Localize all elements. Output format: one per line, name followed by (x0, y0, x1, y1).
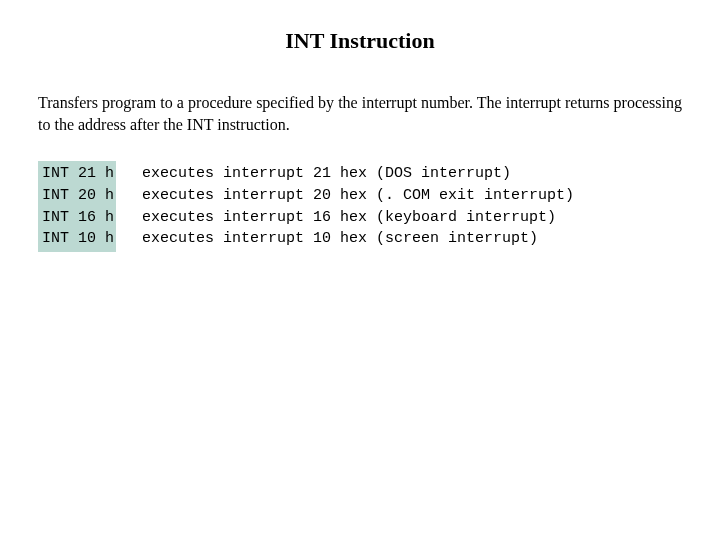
page-title: INT Instruction (38, 28, 682, 54)
description-paragraph: Transfers program to a procedure specifi… (38, 92, 682, 135)
code-listing: INT 21 h INT 20 h INT 16 h INT 10 h exec… (38, 161, 682, 252)
opcode-column: INT 21 h INT 20 h INT 16 h INT 10 h (38, 161, 116, 252)
slide-page: INT Instruction Transfers program to a p… (0, 0, 720, 252)
meaning-column: executes interrupt 21 hex (DOS interrupt… (116, 161, 574, 252)
